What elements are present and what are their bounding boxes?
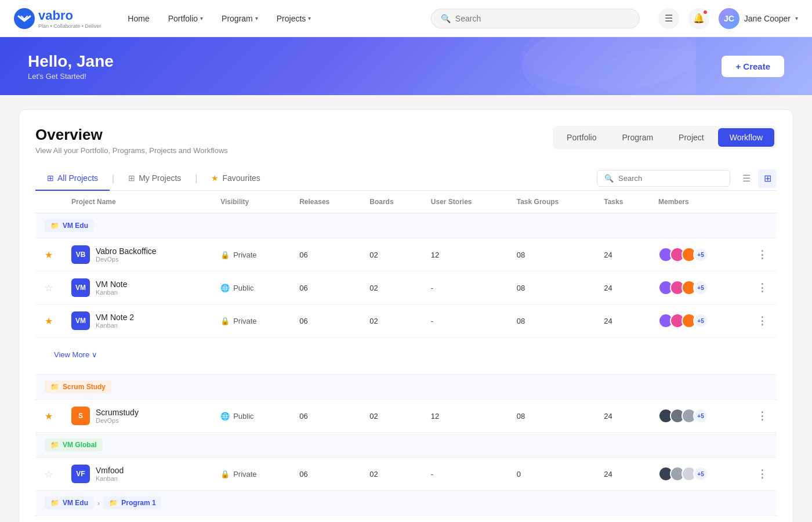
navbar: vabro Plan • Collaborate • Deliver Home … <box>0 0 812 37</box>
col-tasks: Tasks <box>594 191 649 213</box>
tab-workflow[interactable]: Workflow <box>718 128 774 147</box>
project-name: VM Note 2 <box>96 313 134 322</box>
task-groups-val: 08 <box>507 400 594 433</box>
boards-val: 02 <box>360 304 422 338</box>
lock-icon: 🔒 <box>220 317 230 325</box>
star-button[interactable]: ☆ <box>45 283 53 293</box>
project-name-cell: S Scrumstudy DevOps <box>71 407 202 425</box>
row-more-button[interactable]: ⋮ <box>757 249 767 260</box>
project-sub: Kanban <box>96 475 124 482</box>
project-sub: DevOps <box>96 256 157 263</box>
tab-all-projects[interactable]: ⊞ All Projects <box>35 166 110 191</box>
tab-my-projects[interactable]: ⊞ My Projects <box>117 166 193 191</box>
overview-card: Overview View All your Portfolio, Progra… <box>19 109 793 522</box>
chevron-down-icon: ▾ <box>308 15 311 21</box>
releases-val: 06 <box>290 516 360 523</box>
row-more-button[interactable]: ⋮ <box>757 315 767 327</box>
tasks-val: 24 <box>594 304 649 338</box>
nav-search-bar[interactable]: 🔍 <box>431 9 640 28</box>
notifications-button[interactable]: 🔔 <box>688 8 709 29</box>
tab-favourites[interactable]: ★ Favourites <box>200 166 271 191</box>
svg-point-3 <box>597 49 696 95</box>
create-button[interactable]: + Create <box>722 56 784 77</box>
members-cell: +5 <box>658 247 738 262</box>
boards-val: 02 <box>360 271 422 304</box>
table-row: ★ S Scrumstudy DevOps 🌐Public 06 02 <box>35 400 777 433</box>
col-star <box>35 191 62 213</box>
table-search-input[interactable] <box>618 174 723 183</box>
search-input[interactable] <box>455 14 630 23</box>
messages-button[interactable]: ☰ <box>658 8 679 29</box>
members-extra: +5 <box>693 466 708 481</box>
task-groups-val: 08 <box>507 516 594 523</box>
boards-val: 02 <box>360 400 422 433</box>
table-row: ☆ VF Vmfood Kanban 🔒Private 06 02 - <box>35 458 777 491</box>
project-icon: VM <box>71 311 90 330</box>
main-content: Overview View All your Portfolio, Progra… <box>0 95 812 522</box>
row-more-button[interactable]: ⋮ <box>757 468 767 480</box>
chevron-down-icon: ▾ <box>795 15 798 21</box>
star-button[interactable]: ★ <box>45 316 53 326</box>
logo[interactable]: vabro Plan • Collaborate • Deliver <box>14 8 101 29</box>
tab-project[interactable]: Project <box>667 128 716 147</box>
row-more-button[interactable]: ⋮ <box>757 282 767 293</box>
star-button[interactable]: ☆ <box>45 469 53 479</box>
svg-point-1 <box>522 37 696 95</box>
table-search-bar[interactable]: 🔍 <box>597 170 730 187</box>
user-stories-val: - <box>422 304 507 338</box>
task-groups-val: 08 <box>507 271 594 304</box>
table-row: ★ VM VM Note 2 Kanban 🔒Private 06 02 <box>35 304 777 338</box>
col-project-name: Project Name <box>62 191 211 213</box>
members-extra: +5 <box>693 280 708 295</box>
layers-icon: ⊞ <box>128 173 135 183</box>
list-view-button[interactable]: ☰ <box>737 169 756 188</box>
project-name-cell: VF Vmfood Kanban <box>71 465 202 483</box>
globe-icon: 🌐 <box>220 284 230 292</box>
group-badge-program1: 📁 Program 1 <box>103 496 161 509</box>
star-button[interactable]: ★ <box>45 250 53 260</box>
folder-icon: 📁 <box>109 499 118 507</box>
tasks-val: 24 <box>594 516 649 523</box>
tab-portfolio[interactable]: Portfolio <box>555 128 608 147</box>
nav-projects[interactable]: Projects ▾ <box>269 9 320 28</box>
chevron-down-icon: ▾ <box>255 15 258 21</box>
row-more-button[interactable]: ⋮ <box>757 410 767 422</box>
view-more-row: View More ∨ <box>35 338 777 375</box>
project-tabs-row: ⊞ All Projects | ⊞ My Projects | ★ Favou… <box>35 166 777 191</box>
user-stories-val: 12 <box>422 400 507 433</box>
visibility-cell: 🌐Public <box>220 284 281 292</box>
chevron-down-icon: ▾ <box>200 15 203 21</box>
hero-title: Hello, Jane <box>28 52 114 71</box>
task-groups-val: 08 <box>507 304 594 338</box>
star-button[interactable]: ★ <box>45 411 53 421</box>
col-actions <box>748 191 777 213</box>
tab-right-controls: 🔍 ☰ ⊞ <box>597 169 777 188</box>
releases-val: 06 <box>290 400 360 433</box>
visibility-cell: 🔒Private <box>220 317 281 325</box>
members-cell: +5 <box>658 280 738 295</box>
grid-view-button[interactable]: ⊞ <box>758 169 777 188</box>
boards-val: 02 <box>360 458 422 491</box>
logo-icon <box>14 8 35 29</box>
view-toggle-buttons: ☰ ⊞ <box>737 169 777 188</box>
col-releases: Releases <box>290 191 360 213</box>
user-stories-val: 2 <box>422 516 507 523</box>
group-header-vmedu: 📁 VM Edu <box>35 213 777 238</box>
tasks-val: 24 <box>594 238 649 271</box>
tab-program[interactable]: Program <box>610 128 665 147</box>
nav-portfolio[interactable]: Portfolio ▾ <box>160 9 211 28</box>
group-badge-scrum: 📁 Scrum Study <box>45 380 111 393</box>
project-name-cell: VB Vabro Backoffice DevOps <box>71 245 202 264</box>
view-more-link[interactable]: View More ∨ <box>45 345 767 365</box>
nav-home[interactable]: Home <box>119 9 157 28</box>
globe-icon: 🌐 <box>220 412 230 420</box>
hero-subtitle: Let's Get Started! <box>28 72 114 81</box>
col-members: Members <box>649 191 748 213</box>
user-stories-val: - <box>422 271 507 304</box>
project-icon: S <box>71 407 90 425</box>
project-name: Vabro Backoffice <box>96 246 157 256</box>
group-header-scrum: 📁 Scrum Study <box>35 375 777 400</box>
project-sub: Kanban <box>96 289 127 296</box>
user-menu[interactable]: JC Jane Cooper ▾ <box>719 8 798 29</box>
nav-program[interactable]: Program ▾ <box>213 9 266 28</box>
